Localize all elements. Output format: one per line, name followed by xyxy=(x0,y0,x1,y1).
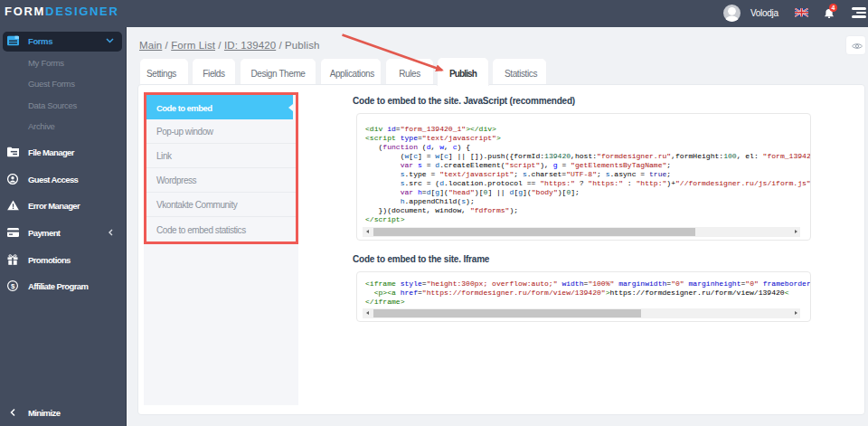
svg-text:$: $ xyxy=(11,282,15,290)
